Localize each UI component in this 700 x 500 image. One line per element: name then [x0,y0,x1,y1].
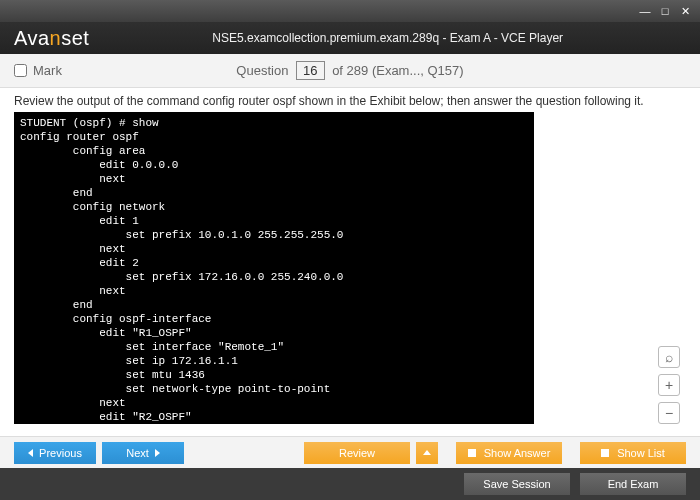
terminal-exhibit: STUDENT (ospf) # show config router ospf… [14,112,534,424]
square-icon [468,449,476,457]
zoom-in-button[interactable]: + [658,374,680,396]
review-button[interactable]: Review [304,442,410,464]
square-icon [601,449,609,457]
chevron-right-icon [155,449,160,457]
save-session-button[interactable]: Save Session [464,473,570,495]
minimize-button[interactable]: — [636,4,654,18]
app-header: Avanset NSE5.examcollection.premium.exam… [0,22,700,54]
show-list-button[interactable]: Show List [580,442,686,464]
close-button[interactable]: ✕ [676,4,694,18]
show-list-label: Show List [617,447,665,459]
question-number-box: 16 [296,61,324,80]
mark-label: Mark [33,63,62,78]
chevron-left-icon [28,449,33,457]
question-instruction: Review the output of the command config … [0,88,700,112]
window-titlebar: — □ ✕ [0,0,700,22]
content-area: Review the output of the command config … [0,88,700,436]
review-menu-button[interactable] [416,442,438,464]
previous-button[interactable]: Previous [14,442,96,464]
review-label: Review [339,447,375,459]
mark-checkbox-wrap[interactable]: Mark [14,63,194,78]
nav-footer: Previous Next Review Show Answer Show Li… [0,436,700,468]
next-button[interactable]: Next [102,442,184,464]
next-label: Next [126,447,149,459]
question-indicator: Question 16 of 289 (Exam..., Q157) [194,61,506,80]
mark-checkbox[interactable] [14,64,27,77]
zoom-out-button[interactable]: − [658,402,680,424]
file-title: NSE5.examcollection.premium.exam.289q - … [89,31,686,45]
show-answer-button[interactable]: Show Answer [456,442,562,464]
zoom-controls: ⌕ + − [658,346,680,424]
brand-pre: Ava [14,27,50,49]
end-exam-button[interactable]: End Exam [580,473,686,495]
maximize-button[interactable]: □ [656,4,674,18]
chevron-up-icon [423,450,431,455]
question-word: Question [236,63,288,78]
previous-label: Previous [39,447,82,459]
brand-logo: Avanset [14,27,89,50]
brand-post: set [61,27,89,49]
brand-accent: n [50,27,62,49]
session-footer: Save Session End Exam [0,468,700,500]
show-answer-label: Show Answer [484,447,551,459]
question-total: of 289 (Exam..., Q157) [332,63,464,78]
magnifier-icon[interactable]: ⌕ [658,346,680,368]
question-bar: Mark Question 16 of 289 (Exam..., Q157) [0,54,700,88]
